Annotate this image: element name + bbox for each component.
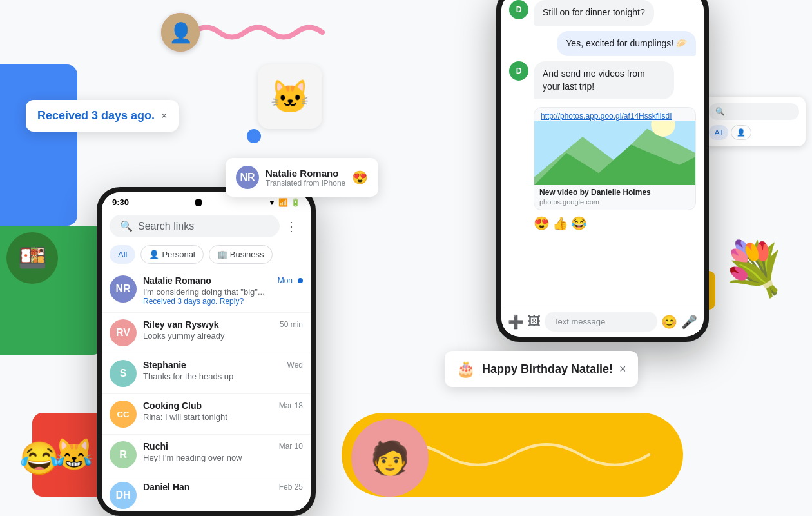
deco-pink-wave xyxy=(187,19,329,45)
more-options-icon[interactable]: ⋮ xyxy=(280,216,303,237)
received-text: Received 3 days ago. xyxy=(37,109,155,123)
sender-name: Stephanie xyxy=(143,360,186,370)
contact-emoji: 😍 xyxy=(352,170,368,185)
contact-info: Natalie Romano Translated from iPhone xyxy=(266,168,345,188)
message-content: Cooking Club Mar 18 Rina: I will start t… xyxy=(143,401,303,422)
deco-green-card: 🍱 xyxy=(0,226,103,355)
message-time: Mar 18 xyxy=(279,401,303,410)
phone-chat: D Still on for dinner tonight? Yes, exci… xyxy=(496,0,709,342)
list-item[interactable]: RV Riley van Ryswyk 50 min Looks yummy a… xyxy=(102,313,311,353)
message-content: Daniel Han Feb 25 xyxy=(143,482,303,493)
right-search-card: 🔍 All 👤 xyxy=(702,97,806,146)
avatar-top: 👤 xyxy=(161,13,200,52)
status-time: 9:30 xyxy=(112,197,129,207)
message-content: Natalie Romano Mon I'm considering doing… xyxy=(143,275,303,306)
message-time: Feb 25 xyxy=(279,482,303,491)
chat-messages: D Still on for dinner tonight? Yes, exci… xyxy=(501,0,704,306)
deco-blue-card xyxy=(0,64,77,226)
right-search-bar[interactable]: 🔍 xyxy=(709,103,799,120)
mic-icon[interactable]: 🎤 xyxy=(681,314,697,330)
list-item[interactable]: R Ruchi Mar 10 Hey! I'm heading over now xyxy=(102,435,311,475)
sender-name: Natalie Romano xyxy=(143,275,211,286)
message-preview: I'm considering doing that "big"... xyxy=(143,287,303,297)
link-image xyxy=(534,121,695,185)
sender-name: Riley van Ryswyk xyxy=(143,319,219,330)
chat-bubble-received: Still on for dinner tonight? xyxy=(534,0,654,26)
message-preview: Hey! I'm heading over now xyxy=(143,453,303,462)
link-preview[interactable]: http://photos.app.goo.gl/af14HsskflisdI … xyxy=(534,107,696,210)
chat-avatar: D xyxy=(509,0,528,19)
avatar: DH xyxy=(110,482,137,509)
contact-subtitle: Translated from iPhone xyxy=(266,179,345,188)
laugh-emoji: 😂 xyxy=(19,440,59,477)
phone-messages: 9:30 ▼ 📶 🔋 🔍 Search links ⋮ All 👤 Person… xyxy=(97,187,316,516)
chat-input-bar: ➕ 🖼 Text message 😊 🎤 xyxy=(501,306,704,337)
message-time: Mar 10 xyxy=(279,442,303,451)
birthday-emoji: 🎂 xyxy=(456,360,476,378)
personal-icon: 👤 xyxy=(149,250,159,259)
sender-name: Daniel Han xyxy=(143,482,189,492)
filter-tabs: All 👤 Personal 🏢 Business xyxy=(102,243,311,269)
right-tab-personal[interactable]: 👤 xyxy=(731,125,751,140)
avatar: CC xyxy=(110,401,137,428)
tab-all[interactable]: All xyxy=(110,245,135,264)
list-item[interactable]: NR Natalie Romano Mon I'm considering do… xyxy=(102,269,311,313)
tab-personal[interactable]: 👤 Personal xyxy=(140,245,203,264)
received-card: Received 3 days ago. × xyxy=(26,100,179,132)
message-reply[interactable]: Received 3 days ago. Reply? xyxy=(143,297,303,306)
camera-dot xyxy=(195,199,202,206)
message-content: Stephanie Wed Thanks for the heads up xyxy=(143,360,303,381)
business-icon: 🏢 xyxy=(217,250,227,259)
person-avatar: 🧑 xyxy=(351,419,429,497)
chat-row-received: D And send me videos from your last trip… xyxy=(509,61,696,99)
cat-sticker: 🐱 xyxy=(258,64,322,129)
received-close-button[interactable]: × xyxy=(161,110,167,122)
search-input[interactable]: 🔍 Search links xyxy=(110,215,280,237)
reaction-heart-eyes: 😍 xyxy=(534,215,550,231)
message-time: 50 min xyxy=(280,320,303,329)
link-url: http://photos.app.goo.gl/af14HsskflisdI xyxy=(534,108,695,121)
message-list: NR Natalie Romano Mon I'm considering do… xyxy=(102,269,311,511)
message-content: Ruchi Mar 10 Hey! I'm heading over now xyxy=(143,441,303,462)
message-preview: Thanks for the heads up xyxy=(143,372,303,381)
reaction-laugh: 😂 xyxy=(571,215,587,231)
status-icons: ▼ 📶 🔋 xyxy=(268,198,300,207)
contact-name: Natalie Romano xyxy=(266,168,345,179)
deco-blue-dot xyxy=(247,129,261,143)
reaction-thumbs-up: 👍 xyxy=(552,215,568,231)
message-input[interactable]: Text message xyxy=(545,312,657,332)
message-preview: Looks yummy already xyxy=(143,331,303,341)
search-icon: 🔍 xyxy=(120,220,133,232)
sender-name: Cooking Club xyxy=(143,401,202,411)
link-domain: photos.google.com xyxy=(534,198,695,210)
avatar: R xyxy=(110,441,137,468)
message-time: Mon xyxy=(278,276,293,285)
sender-name: Ruchi xyxy=(143,441,168,452)
message-time: Wed xyxy=(287,361,303,370)
unread-indicator xyxy=(298,278,303,283)
right-search-tabs: All 👤 xyxy=(709,125,799,140)
chat-row-received: D Still on for dinner tonight? xyxy=(509,0,696,26)
right-tab-all[interactable]: All xyxy=(709,125,728,140)
birthday-close-button[interactable]: × xyxy=(619,362,626,376)
birthday-card: 🎂 Happy Birthday Natalie! × xyxy=(445,351,638,387)
search-bar[interactable]: 🔍 Search links ⋮ xyxy=(102,210,311,243)
avatar: S xyxy=(110,360,137,387)
message-preview: Rina: I will start tonight xyxy=(143,412,303,422)
list-item[interactable]: CC Cooking Club Mar 18 Rina: I will star… xyxy=(102,394,311,435)
avatar: NR xyxy=(110,275,137,303)
chat-bubble-received: And send me videos from your last trip! xyxy=(534,61,674,99)
list-item[interactable]: S Stephanie Wed Thanks for the heads up xyxy=(102,353,311,394)
emoji-icon[interactable]: 😊 xyxy=(661,314,677,330)
add-icon[interactable]: ➕ xyxy=(508,314,524,330)
flowers-decoration: 💐 xyxy=(722,239,786,299)
contact-card: NR Natalie Romano Translated from iPhone… xyxy=(226,158,378,197)
search-placeholder: Search links xyxy=(138,221,194,232)
birthday-text: Happy Birthday Natalie! xyxy=(482,362,613,376)
image-icon[interactable]: 🖼 xyxy=(528,314,541,329)
search-icon: 🔍 xyxy=(715,107,725,116)
list-item[interactable]: DH Daniel Han Feb 25 xyxy=(102,475,311,511)
tab-business[interactable]: 🏢 Business xyxy=(209,245,273,264)
link-title: New video by Danielle Holmes xyxy=(534,185,695,198)
chat-avatar: D xyxy=(509,61,528,81)
